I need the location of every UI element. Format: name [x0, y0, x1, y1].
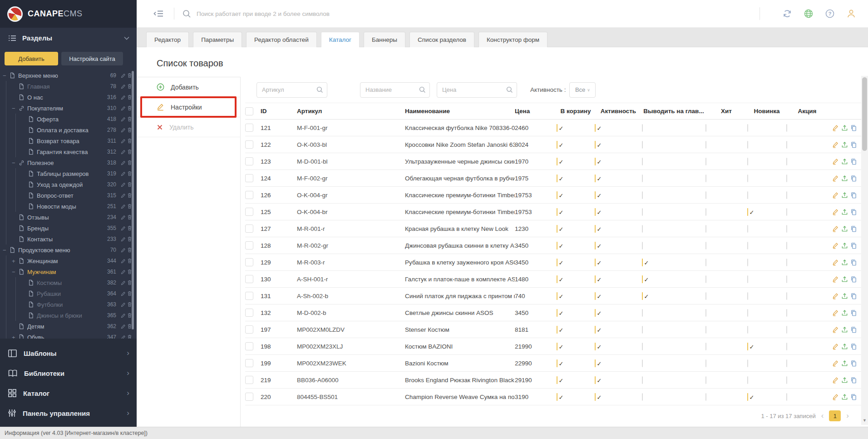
price-filter-input[interactable] [437, 82, 517, 98]
tab[interactable]: Каталог [321, 32, 360, 47]
tree-item[interactable]: Джинсы и брюки 365 [0, 310, 137, 321]
new-checkbox[interactable] [747, 242, 748, 249]
promo-checkbox[interactable] [786, 259, 787, 266]
tree-scrollbar[interactable] [132, 71, 134, 329]
column-header-promo[interactable]: Акция [786, 108, 828, 115]
tree-expander-icon[interactable] [3, 247, 10, 254]
upload-icon[interactable] [841, 175, 848, 182]
activity-checkbox[interactable] [595, 158, 596, 165]
show-on-main-checkbox[interactable] [642, 259, 643, 266]
upload-icon[interactable] [841, 276, 848, 283]
globe-icon[interactable] [804, 9, 814, 19]
hit-checkbox[interactable] [705, 343, 706, 350]
tree-item[interactable]: Контакты 233 [0, 234, 137, 244]
edit-icon[interactable] [121, 324, 126, 329]
edit-icon[interactable] [121, 193, 126, 198]
vertical-scrollbar[interactable]: ▼ [861, 76, 868, 425]
cart-checkbox[interactable] [557, 376, 557, 384]
edit-icon[interactable] [832, 141, 839, 148]
hit-checkbox[interactable] [705, 292, 706, 300]
show-on-main-checkbox[interactable] [642, 191, 643, 199]
row-checkbox[interactable] [245, 292, 253, 300]
row-checkbox[interactable] [245, 376, 253, 384]
tree-item[interactable]: Женщинам 344 [0, 255, 137, 266]
edit-icon[interactable] [121, 291, 126, 296]
show-on-main-checkbox[interactable] [642, 175, 643, 182]
copy-icon[interactable] [850, 125, 857, 131]
copy-icon[interactable] [850, 175, 857, 182]
edit-icon[interactable] [832, 209, 839, 215]
edit-icon[interactable] [121, 84, 126, 89]
edit-icon[interactable] [832, 192, 839, 199]
new-checkbox[interactable] [747, 376, 748, 384]
edit-icon[interactable] [121, 269, 126, 274]
column-header-id[interactable]: ID [261, 108, 297, 115]
cart-checkbox[interactable] [557, 326, 557, 334]
upload-icon[interactable] [841, 309, 848, 316]
settings-button[interactable]: Настройки [137, 97, 240, 117]
hit-checkbox[interactable] [705, 158, 706, 165]
copy-icon[interactable] [850, 209, 857, 215]
new-checkbox[interactable] [747, 175, 748, 182]
activity-checkbox[interactable] [595, 259, 596, 266]
tree-item[interactable]: Новости моды 251 [0, 201, 137, 212]
promo-checkbox[interactable] [786, 292, 787, 300]
edit-icon[interactable] [832, 276, 839, 283]
cart-checkbox[interactable] [557, 191, 557, 199]
cart-checkbox[interactable] [557, 141, 557, 149]
edit-icon[interactable] [121, 106, 126, 111]
copy-icon[interactable] [850, 225, 857, 232]
upload-icon[interactable] [841, 360, 848, 367]
upload-icon[interactable] [841, 259, 848, 266]
cart-checkbox[interactable] [557, 175, 557, 182]
show-on-main-checkbox[interactable] [642, 359, 643, 367]
select-all-checkbox[interactable] [245, 107, 253, 115]
tab[interactable]: Параметры [193, 32, 242, 47]
tab[interactable]: Баннеры [364, 32, 405, 47]
hit-checkbox[interactable] [705, 376, 706, 384]
edit-icon[interactable] [121, 259, 126, 264]
row-checkbox[interactable] [245, 275, 253, 283]
tree-item[interactable]: Вопрос-ответ 315 [0, 190, 137, 201]
copy-icon[interactable] [850, 242, 857, 249]
show-on-main-checkbox[interactable] [642, 309, 643, 317]
activity-checkbox[interactable] [595, 124, 596, 132]
cart-checkbox[interactable] [557, 292, 557, 300]
edit-icon[interactable] [832, 242, 839, 249]
tree-expander-icon[interactable] [12, 160, 19, 166]
activity-checkbox[interactable] [595, 359, 596, 367]
scrollbar-thumb[interactable] [862, 77, 867, 151]
promo-checkbox[interactable] [786, 359, 787, 367]
edit-icon[interactable] [832, 225, 839, 232]
new-checkbox[interactable] [747, 124, 748, 132]
tree-item[interactable]: Рубашки 364 [0, 288, 137, 299]
edit-icon[interactable] [121, 302, 126, 307]
show-on-main-checkbox[interactable] [642, 326, 643, 334]
activity-checkbox[interactable] [595, 141, 596, 149]
activity-checkbox[interactable] [595, 191, 596, 199]
cart-checkbox[interactable] [557, 208, 557, 216]
add-product-button[interactable]: Добавить [137, 77, 240, 97]
new-checkbox[interactable] [747, 359, 748, 367]
tree-item[interactable]: Полезное 318 [0, 157, 137, 168]
promo-checkbox[interactable] [786, 393, 787, 401]
cart-checkbox[interactable] [557, 259, 557, 266]
column-header-activity[interactable]: Активность [595, 108, 642, 115]
upload-icon[interactable] [841, 225, 848, 232]
tree-expander-icon[interactable] [12, 258, 19, 264]
show-on-main-checkbox[interactable] [642, 376, 643, 384]
hit-checkbox[interactable] [705, 242, 706, 249]
edit-icon[interactable] [832, 360, 839, 367]
row-checkbox[interactable] [245, 208, 253, 216]
upload-icon[interactable] [841, 141, 848, 148]
cart-checkbox[interactable] [557, 275, 557, 283]
edit-icon[interactable] [121, 73, 126, 78]
promo-checkbox[interactable] [786, 343, 787, 350]
show-on-main-checkbox[interactable] [642, 124, 643, 132]
copy-icon[interactable] [850, 309, 857, 316]
activity-checkbox[interactable] [595, 292, 596, 300]
upload-icon[interactable] [841, 293, 848, 299]
promo-checkbox[interactable] [786, 376, 787, 384]
edit-icon[interactable] [832, 158, 839, 165]
edit-icon[interactable] [832, 293, 839, 299]
